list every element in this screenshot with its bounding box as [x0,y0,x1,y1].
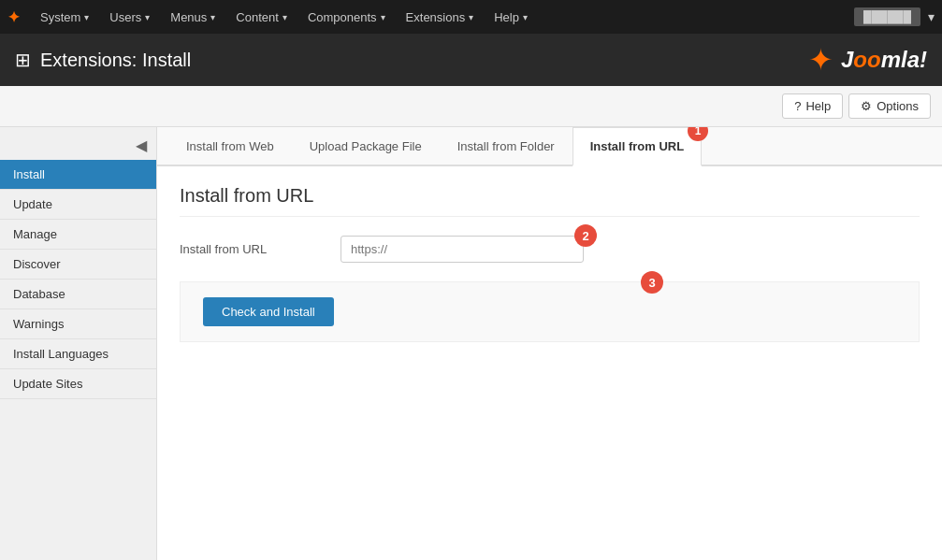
top-nav-menu: System ▾ Users ▾ Menus ▾ Content ▾ Compo… [31,7,854,28]
page-title: Extensions: Install [40,50,191,71]
toolbar: ? Help ⚙ Options [0,86,942,127]
joomla-flame-icon: ✦ [808,42,833,78]
user-dropdown-icon[interactable]: ▾ [928,9,935,24]
page-title-area: ⊞ Extensions: Install [15,49,191,71]
chevron-down-icon: ▾ [145,12,150,22]
gear-icon: ⚙ [861,99,872,113]
nav-item-menus[interactable]: Menus ▾ [161,7,225,28]
nav-item-extensions[interactable]: Extensions ▾ [397,7,484,28]
tab-install-from-folder[interactable]: Install from Folder [440,127,572,166]
joomla-brand-text: Joomla! [841,47,927,73]
sidebar-item-install[interactable]: Install [0,160,156,190]
help-icon: ? [794,99,801,113]
sidebar-item-install-languages[interactable]: Install Languages [0,339,156,369]
sidebar-item-discover[interactable]: Discover [0,250,156,280]
sidebar-item-warnings[interactable]: Warnings [0,309,156,339]
puzzle-icon: ⊞ [15,49,31,71]
badge-3: 3 [641,271,663,294]
sidebar-item-update-sites[interactable]: Update Sites [0,369,156,399]
sidebar-toggle-area: ◀ [0,131,156,160]
url-label: Install from URL [180,242,329,256]
top-navbar: ✦ System ▾ Users ▾ Menus ▾ Content ▾ Com… [0,0,942,34]
sidebar: ◀ Install Update Manage Discover Databas… [0,127,157,560]
nav-item-help[interactable]: Help ▾ [485,7,537,28]
content-area: Install from Web Upload Package File Ins… [157,127,942,560]
url-input[interactable] [341,236,584,263]
sidebar-item-update[interactable]: Update [0,190,156,220]
tab-install-from-web[interactable]: Install from Web [168,127,292,166]
tab-badge-1: 1 [688,127,708,141]
sidebar-toggle-button[interactable]: ◀ [136,136,147,154]
url-input-wrapper: 2 [341,236,584,263]
chevron-down-icon: ▾ [283,12,287,22]
check-and-install-button[interactable]: Check and Install [203,297,334,326]
tab-upload-package-file[interactable]: Upload Package File [292,127,440,166]
badge-2: 2 [574,224,597,247]
chevron-down-icon: ▾ [523,12,528,22]
chevron-down-icon: ▾ [84,12,89,22]
help-button[interactable]: ? Help [782,93,843,119]
sidebar-item-manage[interactable]: Manage [0,220,156,250]
nav-item-components[interactable]: Components ▾ [298,7,395,28]
content-body: Install from URL Install from URL 2 Chec… [157,166,942,361]
main-layout: ◀ Install Update Manage Discover Databas… [0,127,942,560]
tabs-bar: Install from Web Upload Package File Ins… [157,127,942,166]
joomla-brand: ✦ Joomla! [808,42,927,78]
section-title: Install from URL [180,185,920,217]
chevron-down-icon: ▾ [381,12,385,22]
nav-item-system[interactable]: System ▾ [31,7,98,28]
joomla-small-logo: ✦ [7,8,20,26]
header-bar: ⊞ Extensions: Install ✦ Joomla! [0,34,942,86]
sidebar-item-database[interactable]: Database [0,280,156,309]
nav-item-content[interactable]: Content ▾ [226,7,297,28]
chevron-down-icon: ▾ [469,12,473,22]
options-button[interactable]: ⚙ Options [848,93,931,119]
top-nav-right: ██████ ▾ [854,7,935,26]
nav-item-users[interactable]: Users ▾ [100,7,159,28]
url-form-group: Install from URL 2 [180,236,920,263]
tab-install-from-url[interactable]: Install from URL 1 [572,127,702,166]
user-badge: ██████ [854,7,920,26]
chevron-down-icon: ▾ [210,12,215,22]
button-area: Check and Install 3 [180,281,920,342]
